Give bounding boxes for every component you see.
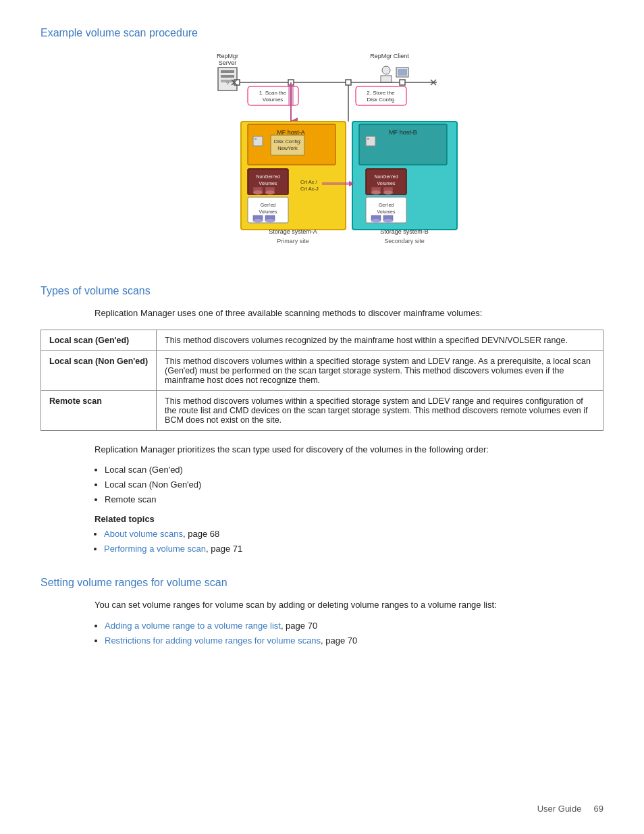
desc-remote: This method discovers volumes within a s… xyxy=(157,390,603,430)
diagram-container: RepMgr Server ? RepMgr Client xyxy=(41,49,603,265)
table-row: Local scan (Gen'ed) This method discover… xyxy=(41,330,603,350)
related-suffix-0: , page 68 xyxy=(183,529,219,539)
method-local-nongen: Local scan (Non Gen'ed) xyxy=(41,350,157,390)
svg-text:Primary site: Primary site xyxy=(277,238,309,244)
svg-text:Crt Ac /: Crt Ac / xyxy=(300,179,318,185)
svg-text:RepMgr: RepMgr xyxy=(217,53,238,59)
svg-point-76 xyxy=(383,190,393,194)
svg-point-59 xyxy=(265,219,275,223)
volume-scan-diagram: RepMgr Server ? RepMgr Client xyxy=(180,49,464,265)
types-title: Types of volume scans xyxy=(41,285,603,297)
svg-rect-38 xyxy=(254,138,257,140)
list-item: About volume scans, page 68 xyxy=(104,527,603,542)
svg-point-73 xyxy=(371,190,381,194)
related-topics: Related topics About volume scans, page … xyxy=(95,514,603,556)
svg-point-47 xyxy=(253,190,263,194)
related-topics-label: Related topics xyxy=(95,514,603,524)
svg-rect-15 xyxy=(346,80,351,85)
svg-rect-11 xyxy=(398,69,407,76)
scan-methods-table: Local scan (Gen'ed) This method discover… xyxy=(41,330,603,431)
svg-text:Volumes: Volumes xyxy=(263,97,284,103)
setting-suffix-0: , page 70 xyxy=(281,621,317,631)
svg-text:RepMgr Client: RepMgr Client xyxy=(370,53,409,59)
svg-text:Server: Server xyxy=(219,59,237,66)
svg-point-8 xyxy=(382,66,390,74)
page-footer: User Guide 69 xyxy=(537,804,603,814)
example-title: Example volume scan procedure xyxy=(41,27,603,39)
svg-rect-67 xyxy=(367,138,369,140)
setting-intro: You can set volume ranges for volume sca… xyxy=(95,598,603,612)
desc-local-nongen: This method discovers volumes within a s… xyxy=(157,350,603,390)
list-item: Local scan (Gen'ed) xyxy=(105,463,603,477)
example-volume-scan-section: Example volume scan procedure RepMgr Ser… xyxy=(41,27,603,265)
method-remote: Remote scan xyxy=(41,390,157,430)
svg-rect-4 xyxy=(221,75,234,78)
svg-text:Secondary site: Secondary site xyxy=(384,238,425,244)
svg-text:?: ? xyxy=(226,80,230,86)
table-row: Local scan (Non Gen'ed) This method disc… xyxy=(41,350,603,390)
types-of-volume-scans-section: Types of volume scans Replication Manage… xyxy=(41,285,603,556)
svg-point-85 xyxy=(383,219,393,223)
related-suffix-1: , page 71 xyxy=(206,544,242,554)
svg-rect-13 xyxy=(234,80,240,85)
setting-links-list: Adding a volume range to a volume range … xyxy=(105,619,603,648)
svg-text:MF host-B: MF host-B xyxy=(389,129,417,136)
svg-text:Storage system-A: Storage system-A xyxy=(269,228,317,235)
restrictions-volume-range-link[interactable]: Restrictions for adding volume ranges fo… xyxy=(105,635,321,646)
svg-point-82 xyxy=(371,219,381,223)
footer-label: User Guide xyxy=(537,804,582,814)
svg-text:Crt Ac-J: Crt Ac-J xyxy=(300,186,319,192)
related-topics-list: About volume scans, page 68 Performing a… xyxy=(104,527,603,556)
svg-text:Volumes: Volumes xyxy=(377,181,396,186)
list-item: Local scan (Non Gen'ed) xyxy=(105,477,603,492)
svg-point-56 xyxy=(253,219,263,223)
list-item: Performing a volume scan, page 71 xyxy=(104,542,603,556)
svg-rect-9 xyxy=(381,76,392,82)
list-item: Remote scan xyxy=(105,492,603,507)
svg-text:Volumes: Volumes xyxy=(259,181,277,186)
adding-volume-range-link[interactable]: Adding a volume range to a volume range … xyxy=(105,621,281,631)
svg-text:Disk Config:: Disk Config: xyxy=(274,138,301,145)
svg-text:1. Scan the: 1. Scan the xyxy=(259,90,287,96)
svg-text:Volumes: Volumes xyxy=(377,209,396,214)
svg-text:Volumes: Volumes xyxy=(259,209,277,214)
table-row: Remote scan This method discovers volume… xyxy=(41,390,603,430)
svg-text:NewYork: NewYork xyxy=(277,145,298,151)
svg-text:Storage system-B: Storage system-B xyxy=(380,228,429,235)
setting-volume-ranges-section: Setting volume ranges for volume scan Yo… xyxy=(41,577,603,648)
svg-point-50 xyxy=(265,190,275,194)
svg-text:Gen'ed: Gen'ed xyxy=(379,203,394,207)
about-volume-scans-link[interactable]: About volume scans xyxy=(104,529,183,539)
types-intro: Replication Manager uses one of three av… xyxy=(95,307,603,320)
desc-local-gen: This method discovers volumes recognized… xyxy=(157,330,603,350)
svg-text:2. Store the: 2. Store the xyxy=(367,90,395,96)
svg-rect-16 xyxy=(400,80,405,85)
method-local-gen: Local scan (Gen'ed) xyxy=(41,330,157,350)
svg-text:NonGen'ed: NonGen'ed xyxy=(256,174,279,179)
performing-volume-scan-link[interactable]: Performing a volume scan xyxy=(104,544,206,554)
list-item: Restrictions for adding volume ranges fo… xyxy=(105,633,603,648)
setting-suffix-1: , page 70 xyxy=(321,635,357,646)
list-item: Adding a volume range to a volume range … xyxy=(105,619,603,633)
footer-page: 69 xyxy=(594,804,603,814)
setting-title: Setting volume ranges for volume scan xyxy=(41,577,603,589)
svg-rect-3 xyxy=(221,70,234,73)
priority-text: Replication Manager prioritizes the scan… xyxy=(95,443,603,457)
svg-text:Gen'ed: Gen'ed xyxy=(261,203,275,207)
svg-text:NonGen'ed: NonGen'ed xyxy=(374,174,398,179)
priority-list: Local scan (Gen'ed) Local scan (Non Gen'… xyxy=(105,463,603,507)
svg-text:Disk Config: Disk Config xyxy=(367,97,395,103)
